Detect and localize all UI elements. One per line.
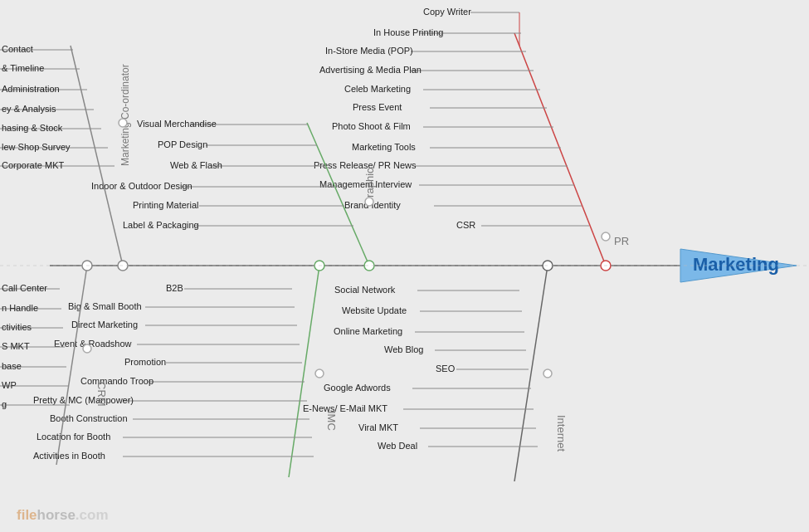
graphic-item-visual: Visual Merchandise — [137, 119, 217, 129]
mktcoord-item-timeline: & Timeline — [2, 63, 44, 73]
svg-point-72 — [83, 344, 91, 353]
svg-point-18 — [602, 232, 610, 241]
pr-item-marketingtools: Marketing Tools — [352, 142, 416, 152]
pr-item-photoshoot: Photo Shoot & Film — [332, 121, 411, 131]
internet-item-google: Google Adwords — [324, 383, 391, 393]
crm-item-handle: n Handle — [2, 303, 38, 313]
imc-item-b2b: B2B — [166, 283, 183, 293]
mktcoord-item-stock: hasing & Stock — [2, 123, 63, 133]
crm-item-callcenter: Call Center — [2, 283, 47, 293]
diagram-canvas: Marketing Copy Writer In House Printing … — [0, 0, 809, 532]
svg-point-49 — [543, 369, 552, 378]
marketing-label: Marketing — [693, 254, 779, 275]
imc-item-event: Event & Roadshow — [54, 339, 132, 349]
mktcoord-item-admin: Administration — [2, 84, 60, 94]
mktcoord-item-analysis: ey & Analysis — [2, 104, 56, 114]
crm-item-base: base — [2, 361, 22, 371]
imc-item-booth: Booth Construction — [50, 413, 128, 423]
watermark: filehorse.com — [17, 507, 109, 524]
internet-axis-label: Internet — [555, 415, 568, 451]
watermark-com: .com — [76, 507, 109, 523]
crm-item-smkt: S MKT — [2, 341, 30, 351]
pr-item-instoremedia: In-Store Media (POP) — [325, 46, 413, 56]
pr-axis-label: PR — [614, 235, 629, 247]
graphic-item-printing: Printing Material — [133, 200, 198, 210]
pr-item-copywriter: Copy Writer — [423, 7, 471, 17]
graphic-item-indoor: Indoor & Outdoor Design — [91, 181, 193, 191]
internet-item-viral: Viral MKT — [358, 422, 398, 432]
imc-item-bigsmall: Big & Small Booth — [68, 301, 142, 311]
crm-axis-label: CRM — [95, 382, 108, 407]
internet-item-blog: Web Blog — [384, 344, 424, 354]
pr-item-csr: CSR — [456, 220, 475, 230]
svg-point-27 — [365, 198, 373, 206]
pr-item-pressevent: Press Event — [353, 102, 402, 112]
svg-point-37 — [119, 119, 127, 127]
imc-item-location: Location for Booth — [37, 432, 110, 442]
watermark-horse: horse — [37, 507, 76, 523]
mktcoord-item-corporate: Corporate MKT — [2, 160, 64, 170]
internet-item-social: Social Network — [334, 285, 396, 295]
graphic-item-web: Web & Flash — [170, 160, 222, 170]
watermark-file: file — [17, 507, 37, 523]
internet-item-website: Website Update — [342, 305, 407, 315]
internet-item-webdeal: Web Deal — [378, 441, 417, 451]
imc-item-direct: Direct Marketing — [71, 320, 138, 329]
crm-item-wp: WP — [2, 380, 17, 390]
internet-item-online: Online Marketing — [334, 326, 402, 336]
graphic-item-label: Label & Packaging — [123, 220, 199, 230]
mktcoord-item-shopsurvey: lew Shop Survey — [2, 142, 71, 152]
pr-item-celeb: Celeb Marketing — [344, 84, 411, 94]
mktcoord-axis-label: Marketing Co-ordinator — [119, 64, 131, 166]
fishbone-diagram: Marketing Copy Writer In House Printing … — [0, 0, 809, 532]
internet-item-enews: E-News/ E-Mail MKT — [303, 403, 387, 413]
crm-item-g: g — [2, 399, 7, 409]
svg-point-62 — [315, 369, 324, 378]
imc-axis-label: IMC — [325, 411, 338, 431]
pr-item-inhouseprinting: In House Printing — [373, 27, 443, 37]
graphic-item-pop: POP Design — [158, 139, 207, 149]
imc-item-pretty: Pretty & MC (Manpower) — [33, 395, 134, 405]
pr-item-advertising: Advertising & Media Plan — [319, 65, 422, 75]
internet-item-seo: SEO — [436, 364, 456, 373]
imc-item-commando: Commando Troop — [80, 376, 154, 386]
imc-item-promo: Promotion — [124, 357, 166, 367]
crm-item-activities: ctivities — [2, 322, 32, 332]
mktcoord-item-contact: Contact — [2, 44, 33, 54]
imc-item-activities: Activities in Booth — [33, 451, 105, 461]
